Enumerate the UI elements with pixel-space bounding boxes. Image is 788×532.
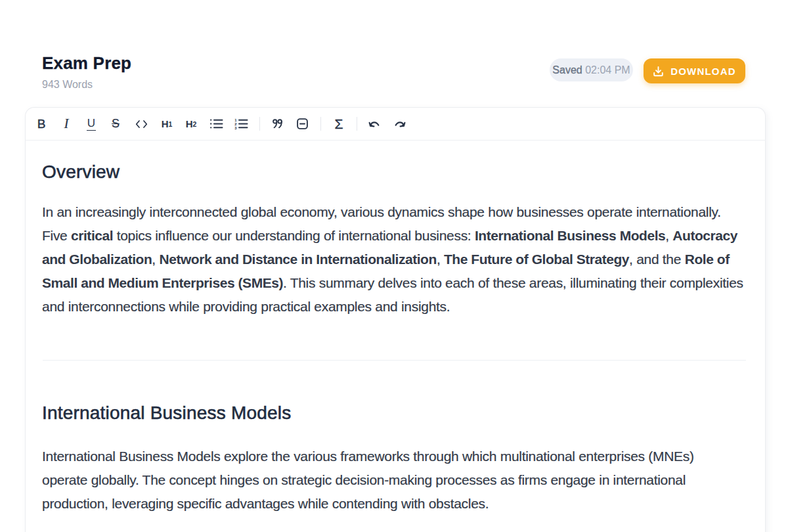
svg-text:3: 3 <box>234 126 237 129</box>
